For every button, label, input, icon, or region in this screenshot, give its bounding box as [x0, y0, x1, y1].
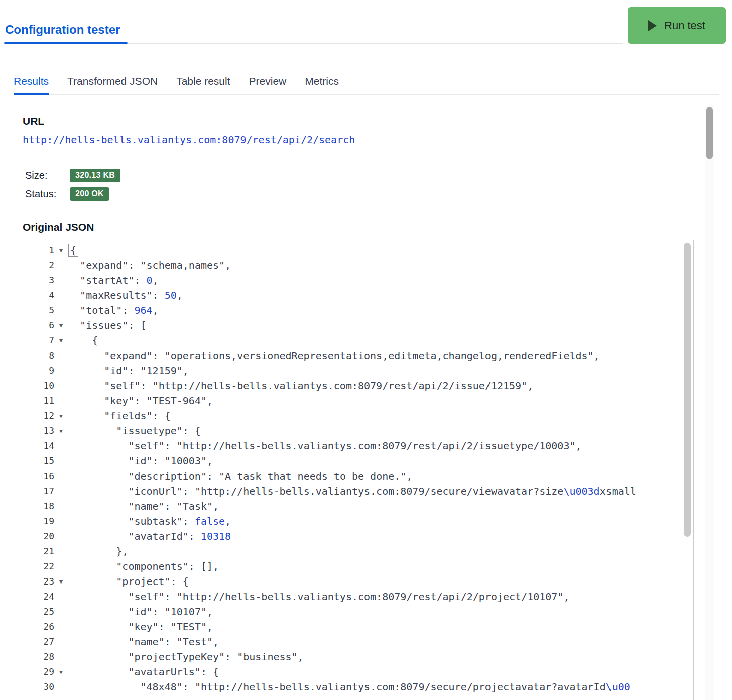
fold-spacer: [54, 559, 68, 574]
code-viewer-lines: 1▾{2 "expand": "schema,names",3 "startAt…: [23, 240, 693, 694]
line-number: 21: [23, 544, 54, 559]
page-title[interactable]: Configuration tester: [5, 23, 120, 37]
size-row: Size: 320.13 KB: [25, 169, 120, 182]
fold-arrow-icon[interactable]: ▾: [54, 243, 68, 258]
fold-spacer: [54, 544, 68, 559]
tab-preview[interactable]: Preview: [249, 75, 287, 94]
status-badge: 200 OK: [70, 187, 109, 201]
fold-spacer: [54, 273, 68, 288]
run-test-label: Run test: [664, 19, 705, 32]
code-text: "description": "A task that needs to be …: [68, 469, 693, 484]
fold-arrow-icon[interactable]: ▾: [54, 408, 68, 423]
code-line: 13▾ "issuetype": {: [23, 423, 693, 438]
fold-spacer: [54, 453, 68, 469]
fold-arrow-icon[interactable]: ▾: [54, 574, 68, 589]
code-text: "key": "TEST-964",: [68, 393, 693, 408]
fold-spacer: [54, 288, 68, 303]
code-text: "expand": "schema,names",: [68, 258, 693, 273]
tab-transformed-json[interactable]: Transformed JSON: [67, 75, 158, 94]
play-icon: [648, 20, 657, 31]
fold-spacer: [54, 484, 68, 499]
fold-spacer: [54, 348, 68, 363]
line-number: 7: [23, 333, 54, 348]
code-line: 15 "id": "10003",: [23, 453, 693, 469]
fold-arrow-icon[interactable]: ▾: [54, 318, 68, 333]
line-number: 15: [23, 453, 54, 469]
code-text: "self": "http://hells-bells.valiantys.co…: [68, 589, 693, 604]
status-label: Status:: [25, 188, 70, 200]
fold-spacer: [54, 679, 68, 694]
line-number: 9: [23, 363, 54, 378]
line-number: 17: [23, 484, 54, 499]
line-number: 14: [23, 438, 54, 453]
code-text: "maxResults": 50,: [68, 288, 693, 303]
fold-spacer: [54, 378, 68, 393]
json-code-viewer: 1▾{2 "expand": "schema,names",3 "startAt…: [23, 240, 694, 700]
code-text: "48x48": "http://hells-bells.valiantys.c…: [68, 679, 693, 694]
code-line: 23▾ "project": {: [23, 574, 693, 589]
line-number: 19: [23, 514, 54, 529]
line-number: 12: [23, 408, 54, 423]
code-text: "subtask": false,: [68, 514, 693, 529]
tab-results[interactable]: Results: [14, 75, 49, 95]
request-url-link[interactable]: http://hells-bells.valiantys.com:8079/re…: [23, 134, 355, 146]
code-line: 9 "id": "12159",: [23, 363, 693, 378]
line-number: 29: [23, 664, 54, 679]
status-row: Status: 200 OK: [25, 187, 109, 201]
fold-spacer: [54, 634, 68, 649]
line-number: 11: [23, 393, 54, 408]
tab-table-result[interactable]: Table result: [176, 75, 230, 94]
line-number: 28: [23, 649, 54, 664]
code-text: "avatarUrls": {: [68, 664, 693, 679]
line-number: 27: [23, 634, 54, 649]
code-line: 12▾ "fields": {: [23, 408, 693, 423]
line-number: 26: [23, 619, 54, 634]
fold-arrow-icon[interactable]: ▾: [54, 423, 68, 438]
code-text: "avatarId": 10318: [68, 529, 693, 544]
code-text: "name": "Task",: [68, 499, 693, 514]
size-badge: 320.13 KB: [70, 169, 120, 182]
fold-spacer: [54, 438, 68, 453]
fold-spacer: [54, 529, 68, 544]
fold-spacer: [54, 469, 68, 484]
code-text: "expand": "operations,versionedRepresent…: [68, 348, 693, 363]
fold-spacer: [54, 393, 68, 408]
line-number: 25: [23, 604, 54, 619]
line-number: 20: [23, 529, 54, 544]
line-number: 1: [23, 243, 54, 258]
run-test-button[interactable]: Run test: [628, 7, 726, 44]
code-line: 16 "description": "A task that needs to …: [23, 469, 693, 484]
code-line: 20 "avatarId": 10318: [23, 529, 693, 544]
code-line: 22 "components": [],: [23, 559, 693, 574]
code-text: "id": "12159",: [68, 363, 693, 378]
code-text: },: [68, 544, 693, 559]
fold-arrow-icon[interactable]: ▾: [54, 664, 68, 679]
code-line: 26 "key": "TEST",: [23, 619, 693, 634]
code-line: 17 "iconUrl": "http://hells-bells.valian…: [23, 484, 693, 499]
fold-spacer: [54, 499, 68, 514]
fold-arrow-icon[interactable]: ▾: [54, 333, 68, 348]
fold-spacer: [54, 589, 68, 604]
fold-spacer: [54, 649, 68, 664]
code-line: 24 "self": "http://hells-bells.valiantys…: [23, 589, 693, 604]
code-line: 29▾ "avatarUrls": {: [23, 664, 693, 679]
fold-spacer: [54, 303, 68, 318]
code-text: "iconUrl": "http://hells-bells.valiantys…: [68, 484, 693, 499]
code-scrollbar-thumb[interactable]: [684, 243, 691, 537]
main-scrollbar-track[interactable]: [705, 106, 714, 700]
line-number: 16: [23, 469, 54, 484]
code-line: 25 "id": "10107",: [23, 604, 693, 619]
fold-spacer: [54, 514, 68, 529]
tab-bar: Results Transformed JSON Table result Pr…: [14, 75, 719, 95]
code-line: 18 "name": "Task",: [23, 499, 693, 514]
code-line: 10 "self": "http://hells-bells.valiantys…: [23, 378, 693, 393]
code-text: "issuetype": {: [68, 423, 693, 438]
tab-metrics[interactable]: Metrics: [305, 75, 339, 94]
line-number: 23: [23, 574, 54, 589]
line-number: 5: [23, 303, 54, 318]
code-line: 19 "subtask": false,: [23, 514, 693, 529]
page-title-underline: [4, 42, 128, 44]
main-scrollbar-thumb[interactable]: [706, 107, 713, 159]
code-text: "name": "Test",: [68, 634, 693, 649]
fold-spacer: [54, 604, 68, 619]
